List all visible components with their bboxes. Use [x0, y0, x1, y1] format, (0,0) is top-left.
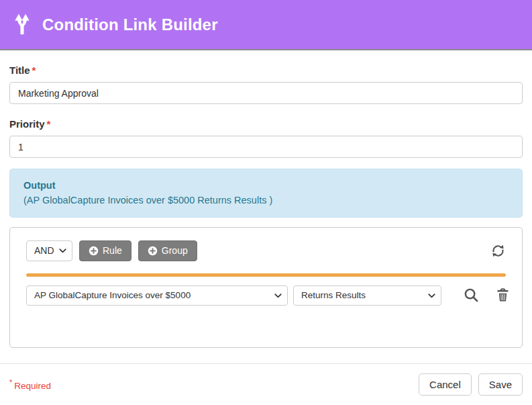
dialog-header: Condition Link Builder: [0, 0, 532, 50]
required-asterisk: *: [47, 118, 51, 130]
page-title: Condition Link Builder: [42, 15, 218, 34]
cancel-button[interactable]: Cancel: [419, 373, 472, 396]
builder-toolbar: AND Rule: [26, 240, 506, 261]
refresh-button[interactable]: [490, 243, 506, 259]
output-info-box: Output (AP GlobalCapture Invoices over $…: [9, 169, 523, 218]
result-select[interactable]: Returns Results: [293, 285, 441, 306]
save-button[interactable]: Save: [478, 373, 523, 396]
priority-field-label: Priority*: [9, 118, 523, 130]
condition-builder-panel: AND Rule: [9, 227, 523, 348]
condition-select-wrap: AP GlobalCapture Invoices over $5000: [26, 285, 288, 306]
result-select-wrap: Returns Results: [293, 285, 441, 306]
dialog-body: Title* Priority* Output (AP GlobalCaptur…: [0, 50, 532, 363]
output-expression: (AP GlobalCapture Invoices over $5000 Re…: [23, 193, 509, 208]
dialog-footer: *Required Cancel Save: [0, 363, 532, 405]
group-accent-bar: [26, 273, 506, 277]
title-field-label: Title*: [9, 64, 523, 76]
add-group-button[interactable]: Group: [138, 240, 197, 261]
split-arrows-icon: [11, 12, 34, 38]
footer-actions: Cancel Save: [419, 373, 523, 396]
logic-operator-select-wrap: AND: [26, 240, 72, 261]
search-icon: [464, 295, 479, 305]
priority-input[interactable]: [9, 136, 523, 158]
required-legend: *Required: [9, 378, 51, 391]
refresh-icon: [492, 249, 504, 259]
add-rule-button[interactable]: Rule: [79, 240, 131, 261]
output-label: Output: [23, 178, 509, 193]
required-asterisk: *: [32, 64, 36, 76]
delete-rule-button[interactable]: [495, 287, 511, 304]
logic-operator-select[interactable]: AND: [26, 240, 72, 261]
plus-circle-icon: [148, 246, 158, 256]
plus-circle-icon: [89, 246, 99, 256]
title-input[interactable]: [9, 82, 523, 104]
rule-row: AP GlobalCapture Invoices over $5000 Ret…: [26, 285, 506, 306]
search-condition-button[interactable]: [462, 286, 480, 304]
condition-select[interactable]: AP GlobalCapture Invoices over $5000: [26, 285, 288, 306]
trash-icon: [496, 294, 509, 304]
required-asterisk: *: [9, 378, 12, 386]
